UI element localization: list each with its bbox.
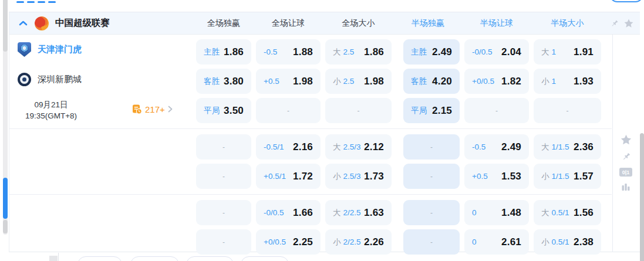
dash: - <box>222 238 225 246</box>
odds-cell[interactable]: 02.61 <box>464 229 529 255</box>
selection-line: +0/0.5 <box>472 77 494 86</box>
selection-line: 2.5 <box>343 48 355 56</box>
left-scrollbar-indicator[interactable] <box>3 178 8 219</box>
right-rail-divider <box>612 34 613 252</box>
odds-cell[interactable]: +0/0.51.82 <box>464 69 529 94</box>
odds-cell[interactable]: 主胜2.49 <box>403 39 460 65</box>
side-tools: 0|1 <box>618 134 633 192</box>
odds-cell[interactable]: -0.52.49 <box>464 134 529 160</box>
odds-cell-empty: - <box>464 98 529 123</box>
odds-value: 2.26 <box>364 236 384 248</box>
over-under-prefix: 大 <box>333 142 341 152</box>
odds-cell[interactable]: 小2.5/31.73 <box>325 164 392 189</box>
odds-cell[interactable]: 小2/2.52.26 <box>325 229 392 255</box>
over-under-prefix: 大 <box>541 142 549 152</box>
markets-count[interactable]: 217+ <box>145 104 165 114</box>
selection-line: -0.5 <box>264 48 277 56</box>
selection-line: 平局 <box>411 106 427 116</box>
odds-cell[interactable]: +0.51.98 <box>256 69 321 94</box>
dash: - <box>358 107 360 115</box>
home-team-row[interactable]: 天津津门虎 <box>18 42 82 57</box>
odds-group-3: --0/0.51.66大2/2.51.63-01.48大0.5/11.56-+0… <box>9 200 640 260</box>
odds-value: 1.63 <box>364 207 384 219</box>
odds-cell[interactable]: 小0.5/12.38 <box>534 229 601 255</box>
odds-value: 2.38 <box>574 236 594 248</box>
odds-group-1: 主胜1.86-0.51.88大2.51.86主胜2.49-0/0.52.04大1… <box>9 39 640 128</box>
odds-cell[interactable]: 平局2.15 <box>403 98 460 123</box>
stats-bars-icon[interactable] <box>621 182 631 192</box>
odds-selection-label: 0 <box>472 208 477 217</box>
odds-row: 客胜3.80+0.51.98小2.51.98客胜4.20+0/0.51.82小1… <box>9 69 640 94</box>
left-scrollbar-thumb-top[interactable] <box>3 0 8 52</box>
odds-selection-label: 小2.5/3 <box>333 171 361 182</box>
odds-cell[interactable]: 大2.51.86 <box>325 39 392 65</box>
odds-cell[interactable]: +0/0.52.25 <box>256 229 321 255</box>
collapse-chevron-up-icon[interactable] <box>18 18 28 29</box>
pin-tool-icon[interactable] <box>621 151 632 162</box>
odds-cell[interactable]: 主胜1.86 <box>196 39 251 65</box>
odds-cell[interactable]: 小11.93 <box>534 69 601 94</box>
odds-cell[interactable]: 大1/1.52.36 <box>534 134 601 160</box>
league-logo-icon <box>35 16 49 30</box>
column-header-1: 全场独赢 <box>196 18 251 29</box>
odds-value: 2.36 <box>574 141 594 153</box>
odds-selection-label: -0/0.5 <box>472 48 493 56</box>
pin-icon[interactable] <box>609 19 619 29</box>
odds-selection-label: -0/0.5 <box>264 208 284 217</box>
odds-cell[interactable]: 大0.5/11.56 <box>534 200 601 225</box>
odds-value: 2.25 <box>293 236 313 248</box>
bottom-tab-pill-2[interactable] <box>130 256 179 261</box>
odds-row: 平局3.50--平局2.15-- <box>9 98 640 123</box>
odds-row: -+0.5/11.72小2.5/31.73-+0.51.53小1/1.51.57 <box>9 164 640 189</box>
odds-cell[interactable]: 大2.5/32.12 <box>325 134 392 160</box>
favorite-star-icon[interactable] <box>623 18 634 29</box>
odds-cell-empty: - <box>325 98 392 123</box>
selection-line: -0.5/1 <box>264 143 284 151</box>
star-tool-icon[interactable] <box>620 134 632 146</box>
odds-cell-empty: - <box>196 134 251 160</box>
selection-line: 2.5 <box>343 77 355 86</box>
odds-cell[interactable]: 大11.91 <box>534 39 601 65</box>
odds-cell[interactable]: -0.5/12.16 <box>256 134 321 160</box>
odds-selection-label: 大2.5/3 <box>333 142 361 152</box>
odds-value: 1.88 <box>293 46 313 58</box>
bottom-tab-pill-3[interactable] <box>186 256 234 261</box>
odds-cell[interactable]: 客胜4.20 <box>403 69 460 94</box>
bottom-tab-pill-1[interactable] <box>77 256 122 261</box>
odds-selection-label: 0 <box>472 238 477 246</box>
odds-cell[interactable]: +0.51.53 <box>464 164 529 189</box>
odds-cell[interactable]: 小1/1.51.57 <box>534 164 601 189</box>
odds-cell[interactable]: +0.5/11.72 <box>256 164 321 189</box>
odds-value: 3.80 <box>224 76 244 87</box>
odds-value: 3.50 <box>224 105 244 117</box>
odds-cell[interactable]: -0.51.88 <box>256 39 321 65</box>
away-team-name[interactable]: 深圳新鹏城 <box>38 74 82 85</box>
odds-value: 2.15 <box>432 105 452 117</box>
odds-cell[interactable]: 小2.51.98 <box>325 69 392 94</box>
odds-value: 1.86 <box>364 46 384 58</box>
odds-cell[interactable]: 客胜3.80 <box>196 69 251 94</box>
odds-cell[interactable]: -0/0.51.66 <box>256 200 321 225</box>
selection-line: -0.5 <box>472 143 485 151</box>
odds-value: 1.91 <box>574 46 594 58</box>
score-odds-toggle-icon[interactable]: 0|1 <box>619 168 632 177</box>
odds-value: 4.20 <box>432 76 452 87</box>
odds-cell[interactable]: 平局3.50 <box>196 98 251 123</box>
dash: - <box>495 107 498 115</box>
odds-group-2: --0.5/12.16大2.5/32.12--0.52.49大1/1.52.36… <box>9 134 640 194</box>
left-scrollbar-thumb-bottom[interactable] <box>3 220 8 233</box>
away-team-row[interactable]: 深圳新鹏城 <box>18 73 82 86</box>
more-markets-link[interactable]: 217+ <box>132 104 173 114</box>
right-scrollbar-thumb[interactable] <box>640 133 644 261</box>
selection-line: 主胜 <box>204 47 220 57</box>
selection-line: 主胜 <box>411 47 427 57</box>
column-header-6: 半场大小 <box>534 18 601 29</box>
odds-cell-empty: - <box>256 98 321 123</box>
odds-cell[interactable]: 01.48 <box>464 200 529 225</box>
home-team-name[interactable]: 天津津门虎 <box>38 44 82 55</box>
odds-selection-label: 平局 <box>204 106 220 116</box>
odds-cell[interactable]: -0/0.52.04 <box>464 39 529 65</box>
bottom-tab-pill-4[interactable] <box>241 256 289 261</box>
odds-cell[interactable]: 大2/2.51.63 <box>325 200 392 225</box>
clipped-pill-button[interactable] <box>609 0 643 2</box>
